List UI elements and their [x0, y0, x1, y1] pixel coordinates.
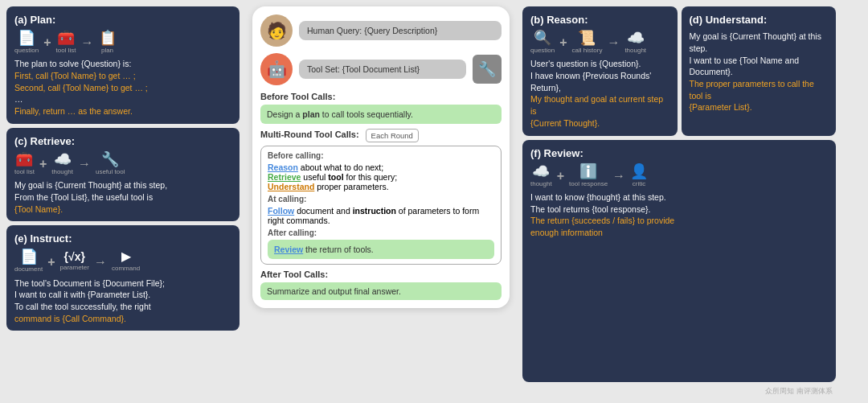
right-top-row: (b) Reason: 🔍 question + 📜 call history …	[522, 6, 836, 136]
robot-avatar: 🤖	[260, 53, 293, 85]
each-round-badge: Each Round	[366, 129, 419, 142]
tool-icon: 🔧	[473, 55, 502, 84]
right-column: (b) Reason: 🔍 question + 📜 call history …	[522, 6, 836, 397]
icon-toollist-a: 🧰 tool list	[56, 31, 76, 55]
panel-c-title: (c) Retrieve:	[14, 134, 231, 149]
at-calling-text: Follow document and instruction of param…	[268, 206, 494, 225]
panel-f-text: I want to know {thought} at this step. T…	[530, 191, 828, 239]
after-tool-calls-label: After Tool Calls:	[260, 269, 502, 279]
panel-f-title: (f) Review:	[530, 146, 828, 161]
panel-e-icons: 📄 document + {√x} parameter → ▶ command	[14, 249, 231, 273]
icon-response-f: ℹ️ tool response	[569, 164, 608, 188]
after-calling-box: Review the return of tools.	[268, 240, 494, 259]
panel-b-icons: 🔍 question + 📜 call history → ☁️ thought	[530, 31, 669, 55]
watermark: 众所周知 南评测体系	[522, 386, 836, 397]
panel-f: (f) Review: ☁️ thought + ℹ️ tool respons…	[522, 140, 836, 383]
icon-search-b: 🔍 question	[530, 31, 555, 55]
icon-history-b: 📜 call history	[572, 31, 603, 55]
panel-c-text: My goal is {Current Thought} at this ste…	[14, 179, 231, 215]
icon-thought-f: ☁️ thought	[530, 164, 552, 188]
main-container: (a) Plan: 📄 question + 🧰 tool list → 📋 p…	[0, 0, 868, 403]
panel-a-title: (a) Plan:	[14, 13, 231, 27]
panel-a-icons: 📄 question + 🧰 tool list → 📋 plan	[14, 31, 231, 55]
panel-e-title: (e) Instruct:	[14, 232, 231, 246]
summarize-box: Summarize and output final answer.	[260, 282, 502, 300]
icon-command-e: ▶ command	[112, 250, 140, 273]
human-avatar: 🧑	[260, 14, 293, 47]
left-column: (a) Plan: 📄 question + 🧰 tool list → 📋 p…	[6, 6, 240, 397]
panel-b-text: User's question is {Question}. I have kn…	[530, 58, 669, 129]
icon-toollist-c: 🧰 tool list	[14, 152, 35, 176]
human-query-bubble: Human Query: {Query Description}	[299, 21, 502, 40]
panel-d-title: (d) Understand:	[690, 13, 829, 27]
panel-f-icons: ☁️ thought + ℹ️ tool response → 👤 critic	[530, 164, 828, 188]
human-query-row: 🧑 Human Query: {Query Description}	[260, 14, 502, 47]
panel-c: (c) Retrieve: 🧰 tool list + ☁️ thought →…	[6, 128, 240, 221]
panel-a: (a) Plan: 📄 question + 🧰 tool list → 📋 p…	[6, 6, 240, 124]
icon-usefultool-c: 🔧 useful tool	[96, 152, 125, 176]
before-calling-label: Before calling:	[268, 151, 494, 160]
round-box: Before calling: Reason about what to do …	[260, 146, 502, 265]
icon-document: 📄 question	[14, 31, 39, 55]
panel-d: (d) Understand: My goal is {Current Thou…	[682, 6, 837, 136]
multi-round-label: Multi-Round Tool Calls:	[260, 130, 359, 139]
panel-e-text: The tool's Document is {Document File}; …	[14, 278, 231, 325]
icon-thought-c: ☁️ thought	[51, 152, 73, 176]
multi-round-header: Multi-Round Tool Calls: Each Round	[260, 129, 502, 142]
panel-b: (b) Reason: 🔍 question + 📜 call history …	[522, 6, 678, 136]
panel-e: (e) Instruct: 📄 document + {√x} paramete…	[6, 225, 240, 331]
panel-c-icons: 🧰 tool list + ☁️ thought → 🔧 useful tool	[14, 152, 231, 176]
icon-document-e: 📄 document	[14, 249, 43, 273]
before-tool-calls-box: Design a plan to call tools sequentially…	[260, 105, 502, 124]
after-calling-label: After calling:	[268, 228, 494, 237]
icon-critic-f: 👤 critic	[630, 164, 648, 188]
center-inner: 🧑 Human Query: {Query Description} 🤖 Too…	[252, 6, 510, 308]
icon-plan: 📋 plan	[99, 31, 117, 55]
before-tool-calls-label: Before Tool Calls:	[260, 92, 502, 101]
icon-parameter-e: {√x} parameter	[59, 251, 88, 272]
panel-d-text: My goal is {Current Thought} at this ste…	[690, 31, 829, 113]
tool-set-row: 🤖 Tool Set: {Tool Document List} 🔧	[260, 53, 502, 85]
center-column: 🧑 Human Query: {Query Description} 🤖 Too…	[244, 6, 518, 397]
icon-thought-b: ☁️ thought	[624, 31, 646, 55]
panel-a-text: The plan to solve {Question} is: First, …	[14, 58, 231, 117]
tool-set-bubble: Tool Set: {Tool Document List}	[299, 60, 466, 79]
before-calling-text: Reason about what to do next; Retrieve u…	[268, 162, 494, 191]
at-calling-label: At calling:	[268, 195, 494, 204]
panel-b-title: (b) Reason:	[530, 13, 669, 27]
